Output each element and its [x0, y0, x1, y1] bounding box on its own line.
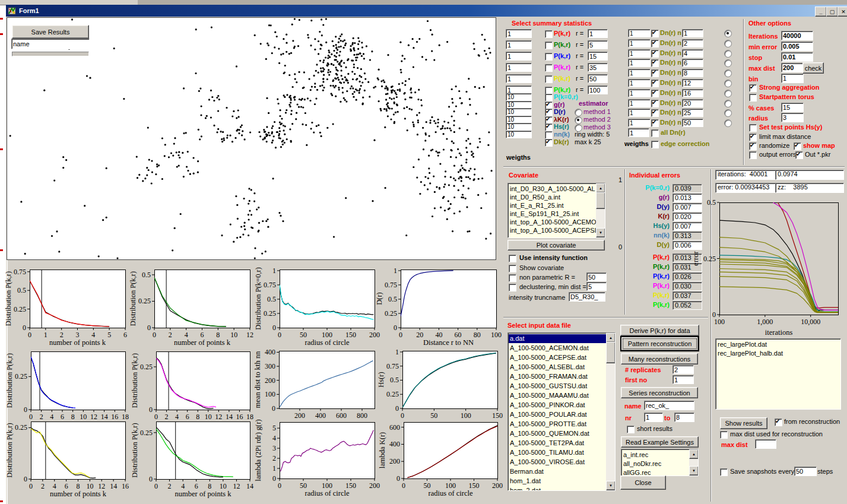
- cases-input[interactable]: [781, 103, 804, 112]
- radius-input[interactable]: [781, 113, 804, 122]
- dn-radio[interactable]: [724, 90, 732, 97]
- results-max-dist-input[interactable]: [755, 439, 776, 449]
- to-input[interactable]: [674, 413, 694, 422]
- min-error-input[interactable]: [781, 42, 813, 51]
- list-item[interactable]: int_E_a_R1_25.int: [510, 201, 564, 210]
- set-test-points-checkbox[interactable]: [749, 124, 757, 132]
- pkr-checkbox[interactable]: [545, 64, 553, 72]
- dn-n-input[interactable]: [682, 29, 703, 37]
- non-parametric-checkbox[interactable]: [509, 274, 516, 282]
- first-no-input[interactable]: [672, 375, 694, 384]
- show-results-button[interactable]: Show results: [720, 417, 767, 429]
- estimator-method-radio[interactable]: [575, 109, 582, 116]
- nr-input[interactable]: [644, 413, 663, 422]
- covariate-listbox[interactable]: int_D0_R30_A_100-5000_ALint_D0_R50_a.int…: [507, 183, 605, 238]
- stat-weight-input[interactable]: [506, 123, 532, 131]
- dn-weight-input[interactable]: [628, 109, 651, 117]
- list-item[interactable]: int_D0_R50_a.int: [510, 193, 560, 202]
- dn-weight-input[interactable]: [628, 99, 651, 107]
- list-item[interactable]: A_100-5000_MAAAMU.dat: [510, 391, 589, 400]
- list-item[interactable]: all_noDkr.rec: [623, 459, 661, 468]
- list-item[interactable]: int_E_Sp191_R1_25.int: [510, 210, 579, 218]
- pkr-weight-input[interactable]: [506, 63, 532, 72]
- scrollbar[interactable]: ▲▼: [596, 183, 605, 237]
- dn-n-input[interactable]: [682, 89, 703, 97]
- list-item[interactable]: a_int.rec: [623, 451, 648, 459]
- list-item[interactable]: rec_largePlot_halb.dat: [718, 349, 783, 358]
- dn-n-input[interactable]: [682, 79, 703, 87]
- dn-n-input[interactable]: [682, 69, 703, 77]
- list-item[interactable]: A_100-5000_PROTTE.dat: [510, 420, 586, 429]
- pkr-checkbox[interactable]: [545, 75, 553, 83]
- snapshots-steps-input[interactable]: [794, 467, 817, 476]
- dn-radio[interactable]: [724, 80, 732, 87]
- dn-weight-input[interactable]: [628, 59, 651, 67]
- dn-weight-input[interactable]: [628, 79, 651, 87]
- pkr-r-input[interactable]: [588, 29, 608, 38]
- iterations-input[interactable]: [781, 31, 813, 40]
- check-button[interactable]: check: [802, 62, 824, 74]
- scrollbar-thumb[interactable]: [596, 192, 605, 209]
- input-files-listbox[interactable]: a.datA_100-5000_ACEMON.datA_100-5000_ACE…: [507, 332, 616, 491]
- declustering-input[interactable]: [586, 282, 607, 291]
- pkr-weight-input[interactable]: [506, 52, 532, 61]
- list-item[interactable]: A_100-5000_VIROSE.dat: [510, 458, 585, 467]
- bin-input[interactable]: [781, 74, 804, 83]
- list-item[interactable]: hom_1.dat: [510, 477, 541, 486]
- close-button-form[interactable]: Close: [620, 476, 666, 490]
- dn-radio[interactable]: [724, 100, 732, 107]
- dn-checkbox[interactable]: [651, 59, 659, 67]
- list-item[interactable]: A_100-5000_POULAR.dat: [510, 410, 587, 419]
- close-button[interactable]: ✕: [838, 7, 847, 17]
- dn-radio[interactable]: [724, 119, 732, 127]
- estimator-method-radio[interactable]: [575, 116, 582, 124]
- list-item[interactable]: int_D0_R30_A_100-5000_AL: [510, 185, 595, 194]
- pkr-r-input[interactable]: [588, 74, 608, 83]
- dn-n-input[interactable]: [682, 99, 703, 107]
- scroll-up-button[interactable]: ▲: [689, 449, 699, 459]
- all-dn-weight-input[interactable]: [628, 128, 649, 137]
- stat-checkbox[interactable]: [545, 139, 553, 147]
- list-item[interactable]: A_100-5000_TILAMU.dat: [510, 448, 584, 457]
- scrollbar[interactable]: ▲▼: [689, 449, 698, 476]
- plot-covariate-button[interactable]: Plot covariate: [507, 240, 605, 251]
- scroll-up-button[interactable]: ▲: [606, 333, 616, 343]
- dn-checkbox[interactable]: [651, 40, 659, 47]
- many-reconstructions-button[interactable]: Many reconstructions: [621, 353, 698, 364]
- max-dist-used-checkbox[interactable]: [720, 431, 728, 439]
- dn-checkbox[interactable]: [651, 119, 659, 127]
- minimize-button[interactable]: _: [815, 7, 827, 17]
- strong-aggregation-checkbox[interactable]: [749, 84, 757, 92]
- pkr-checkbox[interactable]: [545, 30, 553, 38]
- pkr-checkbox[interactable]: [545, 53, 553, 61]
- startpattern-torus-checkbox[interactable]: [749, 94, 757, 102]
- edge-correction-checkbox[interactable]: [651, 141, 659, 148]
- dn-radio[interactable]: [724, 30, 732, 37]
- pkr-r-input[interactable]: [588, 52, 608, 61]
- dn-checkbox[interactable]: [651, 69, 659, 77]
- dn-radio[interactable]: [724, 59, 732, 67]
- pkr-r-input[interactable]: [588, 40, 608, 49]
- dn-weight-input[interactable]: [628, 39, 651, 47]
- read-settings-button[interactable]: Read Example Settings: [621, 436, 699, 448]
- output-errors-checkbox[interactable]: [749, 151, 757, 159]
- list-item[interactable]: hom_2.dat: [510, 486, 541, 491]
- list-item[interactable]: A_100-5000_QUEMON.dat: [510, 429, 589, 438]
- dn-radio[interactable]: [724, 69, 732, 77]
- pkr-checkbox[interactable]: [545, 42, 553, 49]
- pkr-weight-input[interactable]: [506, 74, 532, 83]
- scroll-down-button[interactable]: ▼: [596, 228, 605, 237]
- randomize-checkbox[interactable]: [749, 142, 757, 150]
- dn-checkbox[interactable]: [651, 30, 659, 37]
- scrollbar-thumb[interactable]: [606, 342, 616, 363]
- all-dn-checkbox[interactable]: [651, 129, 659, 137]
- dn-checkbox[interactable]: [651, 80, 659, 87]
- list-item[interactable]: Berman.dat: [510, 467, 544, 476]
- dn-weight-input[interactable]: [628, 119, 651, 127]
- show-map-checkbox[interactable]: [794, 142, 801, 150]
- dn-checkbox[interactable]: [651, 100, 659, 107]
- scrollbar[interactable]: ▲▼: [606, 333, 615, 490]
- series-name-input[interactable]: [644, 401, 694, 410]
- dn-radio[interactable]: [724, 50, 732, 58]
- save-snapshots-checkbox[interactable]: [720, 468, 728, 476]
